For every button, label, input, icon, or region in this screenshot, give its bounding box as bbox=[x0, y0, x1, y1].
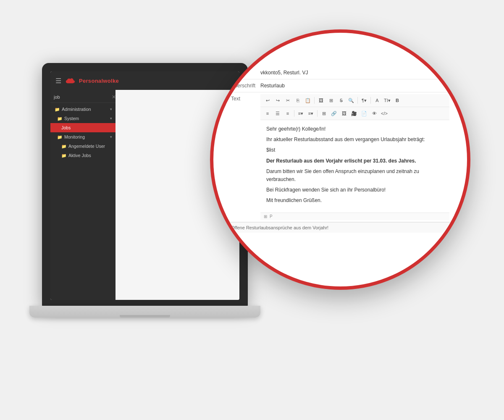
editor-toolbar-row1: ↩ ↪ ✂ ⎘ 📋 🖼 ⊞ S̶ 🔍 ¶▾ A TI bbox=[260, 94, 449, 107]
hamburger-icon[interactable]: ☰ bbox=[55, 77, 61, 85]
email-subject-row: Überschrift Resturlaub bbox=[226, 79, 454, 92]
sidebar-nav: 📁 Administration ▾ 📁 System ▾ Jobs bbox=[50, 103, 116, 162]
font-size-button[interactable]: TI▾ bbox=[383, 96, 392, 105]
cloud-logo-icon bbox=[66, 77, 75, 84]
editor-line3: Bei Rückfragen wenden Sie sich an ihr Pe… bbox=[266, 186, 444, 194]
email-subject-value: Resturlaub bbox=[260, 83, 285, 89]
app-header: ☰ Personalwolke bbox=[50, 71, 239, 90]
table-button[interactable]: ⊞ bbox=[319, 109, 328, 118]
circle-zoom-overlay: to vkkonto5, Resturl. VJ Überschrift Res… bbox=[210, 29, 470, 290]
sidebar-item-system[interactable]: 📁 System ▾ bbox=[50, 114, 116, 123]
sidebar-search-close-icon[interactable]: ✕ bbox=[112, 94, 116, 100]
toolbar-separator2 bbox=[357, 97, 358, 104]
sidebar-item-jobs-label: Jobs bbox=[61, 125, 71, 130]
folder-icon: 📁 bbox=[57, 116, 62, 121]
cut-button[interactable]: ✂ bbox=[283, 96, 292, 105]
folder-icon: 📁 bbox=[57, 135, 62, 139]
editor-closing: Mit freundlichen Grüßen. bbox=[266, 197, 444, 205]
editor-line1: Ihr aktueller Resturlaubsstand aus dem v… bbox=[266, 136, 444, 144]
link-button[interactable]: 🔗 bbox=[329, 109, 339, 118]
editor-line2: Darum bitten wir Sie den offen Anspruch … bbox=[266, 168, 444, 184]
sidebar-item-system-label: System bbox=[64, 116, 79, 121]
app-body: ✕ 📁 Administration ▾ 📁 System bbox=[50, 90, 239, 300]
toolbar-separator bbox=[314, 97, 315, 104]
laptop-base bbox=[29, 306, 260, 318]
ordered-list-button[interactable]: ≡▾ bbox=[306, 109, 315, 118]
editor-statusbar-text: P bbox=[270, 214, 273, 219]
email-to-label: to bbox=[231, 70, 260, 76]
image-button[interactable]: 🖼 bbox=[339, 109, 349, 118]
editor-statusbar: ⊞ P bbox=[260, 213, 449, 220]
folder-icon: 📁 bbox=[55, 107, 60, 112]
sidebar-search-input[interactable] bbox=[54, 94, 112, 100]
editor-content[interactable]: Sehr geehrte(r) Kollege/In! Ihr aktuelle… bbox=[260, 120, 449, 213]
unordered-list-button[interactable]: ≡▾ bbox=[296, 109, 305, 118]
toolbar-separator3 bbox=[370, 97, 371, 104]
image-insert-button[interactable]: 🖼 bbox=[316, 96, 326, 105]
email-text-label: Text bbox=[231, 94, 260, 102]
sidebar-item-administration-label: Administration bbox=[62, 107, 91, 112]
email-subject-label: Überschrift bbox=[231, 83, 260, 89]
table-insert-button[interactable]: ⊞ bbox=[326, 96, 336, 105]
sidebar-item-angemeldete-user[interactable]: 📁 Angemeldete User bbox=[50, 142, 116, 151]
paste-button[interactable]: 📋 bbox=[303, 96, 312, 105]
email-to-value: vkkonto5, Resturl. VJ bbox=[260, 70, 308, 76]
editor-statusbar-icon: ⊞ bbox=[264, 214, 267, 219]
sidebar-item-angemeldete-user-label: Angemeldete User bbox=[68, 144, 105, 149]
search-button[interactable]: 🔍 bbox=[346, 96, 356, 105]
folder-icon: 📁 bbox=[61, 144, 66, 149]
sidebar-item-jobs[interactable]: Jobs bbox=[50, 123, 116, 132]
copy-button[interactable]: ⎘ bbox=[293, 96, 302, 105]
editor-area: ↩ ↪ ✂ ⎘ 📋 🖼 ⊞ S̶ 🔍 ¶▾ A TI bbox=[260, 94, 449, 220]
editor-footer: Offene Resturlaubsansprüche aus dem Vorj… bbox=[226, 222, 454, 233]
source-button[interactable]: </> bbox=[380, 109, 389, 118]
email-to-row: to vkkonto5, Resturl. VJ bbox=[226, 66, 454, 79]
sidebar: ✕ 📁 Administration ▾ 📁 System bbox=[50, 90, 116, 300]
sidebar-item-monitoring[interactable]: 📁 Monitoring ▾ bbox=[50, 132, 116, 142]
redo-button[interactable]: ↪ bbox=[273, 96, 282, 105]
toolbar-separator4 bbox=[294, 110, 294, 117]
sidebar-item-aktive-jobs[interactable]: 📁 Aktive Jobs bbox=[50, 151, 116, 160]
align-left-button[interactable]: ≡ bbox=[263, 109, 272, 118]
chevron-down-icon: ▾ bbox=[110, 135, 112, 139]
align-center-button[interactable]: ☰ bbox=[273, 109, 282, 118]
bold-button[interactable]: B bbox=[393, 96, 402, 105]
video-button[interactable]: 🎥 bbox=[349, 109, 359, 118]
editor-greeting: Sehr geehrte(r) Kollege/In! bbox=[266, 125, 444, 133]
toolbar-separator5 bbox=[317, 110, 318, 117]
editor-footer-text: Offene Resturlaubsansprüche aus dem Vorj… bbox=[231, 225, 328, 230]
paragraph-format-button[interactable]: ¶▾ bbox=[360, 96, 369, 105]
align-right-button[interactable]: ≡ bbox=[283, 109, 292, 118]
sidebar-item-monitoring-label: Monitoring bbox=[64, 134, 85, 139]
folder-icon: 📁 bbox=[61, 153, 66, 158]
undo-button[interactable]: ↩ bbox=[263, 96, 272, 105]
app-title: Personalwolke bbox=[79, 78, 119, 84]
sidebar-search-row: ✕ bbox=[50, 92, 116, 103]
editor-variable: $list bbox=[266, 146, 444, 154]
font-color-button[interactable]: A bbox=[373, 96, 382, 105]
email-text-row: Text ↩ ↪ ✂ ⎘ 📋 🖼 ⊞ S̶ 🔍 bbox=[226, 92, 454, 222]
strikethrough-button[interactable]: S̶ bbox=[336, 96, 346, 105]
laptop-screen: ☰ Personalwolke ✕ bbox=[50, 71, 239, 300]
file-button[interactable]: 📄 bbox=[360, 109, 369, 118]
sidebar-item-aktive-jobs-label: Aktive Jobs bbox=[68, 153, 91, 158]
sidebar-item-administration[interactable]: 📁 Administration ▾ bbox=[50, 105, 116, 114]
chevron-down-icon: ▾ bbox=[110, 107, 112, 111]
editor-toolbar-row2: ≡ ☰ ≡ ≡▾ ≡▾ ⊞ 🔗 🖼 🎥 📄 👁 </> bbox=[260, 107, 449, 120]
preview-button[interactable]: 👁 bbox=[370, 109, 379, 118]
editor-bold-line: Der Resturlaub aus dem Vorjahr erlischt … bbox=[266, 157, 444, 165]
email-editor: to vkkonto5, Resturl. VJ Überschrift Res… bbox=[226, 66, 454, 274]
chevron-down-icon: ▾ bbox=[110, 116, 112, 121]
